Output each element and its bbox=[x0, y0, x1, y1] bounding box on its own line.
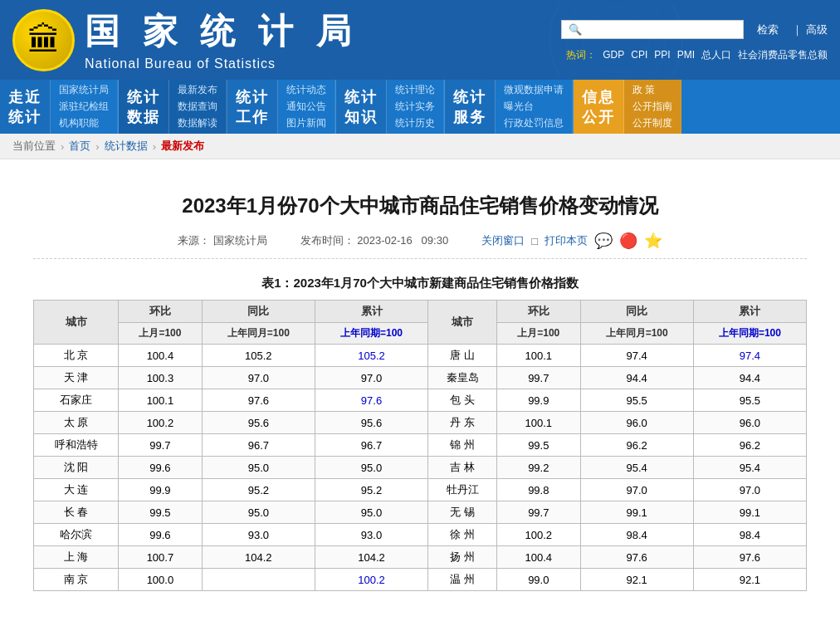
hot-word-cpi[interactable]: CPI bbox=[631, 49, 647, 61]
hot-word-gdp[interactable]: GDP bbox=[603, 49, 624, 61]
nav-link-latest[interactable]: 最新发布 bbox=[178, 83, 217, 97]
article-source: 来源： 国家统计局 bbox=[178, 233, 267, 248]
nav-block-knowledge[interactable]: 统计 知识 bbox=[336, 80, 387, 134]
hot-label: 热词： bbox=[566, 48, 596, 62]
nav-link-theory[interactable]: 统计理论 bbox=[395, 83, 435, 97]
breadcrumb-home[interactable]: 首页 bbox=[69, 139, 90, 154]
favorite-icon[interactable]: ⭐ bbox=[644, 232, 662, 250]
nav-link-expose[interactable]: 曝光台 bbox=[504, 100, 564, 114]
search-divider: ｜ bbox=[792, 22, 803, 37]
breadcrumb-sep2: › bbox=[95, 140, 99, 153]
th-hb-sub-right: 上月=100 bbox=[496, 323, 580, 345]
weibo-icon[interactable]: 🔴 bbox=[619, 232, 637, 250]
th-tb-sub-right: 上年同月=100 bbox=[580, 323, 693, 345]
nav-block-info[interactable]: 信息 公开 bbox=[574, 80, 624, 134]
th-hb-sub-left: 上月=100 bbox=[119, 323, 203, 345]
nav-block-work[interactable]: 统计 工作 bbox=[227, 80, 278, 134]
table-title: 表1：2023年1月70个大中城市新建商品住宅销售价格指数 bbox=[33, 276, 807, 291]
advanced-search-link[interactable]: 高级 bbox=[806, 22, 828, 37]
table-row: 沈 阳99.695.095.0吉 林99.295.495.4 bbox=[34, 457, 807, 479]
data-table: 城市 环比 同比 累计 城市 环比 同比 累计 上月=100 上年同月=100 … bbox=[33, 300, 807, 591]
logo-emblem: 🏛 bbox=[12, 9, 75, 71]
nav-link-jigou[interactable]: 机构职能 bbox=[59, 116, 109, 130]
site-title: 国 家 统 计 局 National Bureau of Statistics bbox=[85, 8, 358, 71]
nav-link-penalty[interactable]: 行政处罚信息 bbox=[504, 116, 564, 130]
nav-link-photo[interactable]: 图片新闻 bbox=[286, 116, 326, 130]
breadcrumb-sep3: › bbox=[153, 140, 156, 153]
th-hb-right: 环比 bbox=[496, 301, 580, 323]
th-tb-left: 同比 bbox=[202, 301, 315, 323]
logo-area: 🏛 国 家 统 计 局 National Bureau of Statistic… bbox=[12, 8, 358, 71]
nav-column-info-sub: 政 策 公开指南 公开制度 bbox=[624, 80, 681, 134]
header: 🏛 国 家 统 计 局 National Bureau of Statistic… bbox=[0, 0, 840, 80]
search-area: 🔍 检索 ｜ 高级 bbox=[561, 18, 828, 42]
header-right: 🔍 检索 ｜ 高级 热词： GDP CPI PPI PMI 总人口 社会消费品零… bbox=[561, 18, 828, 62]
search-button[interactable]: 检索 bbox=[747, 18, 789, 42]
article-title: 2023年1月份70个大中城市商品住宅销售价格变动情况 bbox=[33, 193, 807, 219]
nav-link-notice[interactable]: 通知公告 bbox=[286, 100, 326, 114]
th-tb-sub-left: 上年同月=100 bbox=[202, 323, 315, 345]
table-row: 太 原100.295.695.6丹 东100.196.096.0 bbox=[34, 412, 807, 434]
nav-column-work-sub: 统计动态 通知公告 图片新闻 bbox=[278, 80, 335, 134]
content: 2023年1月份70个大中城市商品住宅销售价格变动情况 来源： 国家统计局 发布… bbox=[0, 159, 840, 608]
nav-link-guide[interactable]: 公开指南 bbox=[632, 100, 672, 114]
table-row: 哈尔滨99.693.093.0徐 州100.298.498.4 bbox=[34, 524, 807, 546]
search-input-wrap[interactable]: 🔍 bbox=[561, 20, 744, 39]
th-lj-left: 累计 bbox=[315, 301, 427, 323]
table-section: 表1：2023年1月70个大中城市新建商品住宅销售价格指数 城市 环比 同比 累… bbox=[33, 276, 807, 591]
close-window-link[interactable]: 关闭窗口 bbox=[481, 233, 525, 248]
nav-block-zoujin[interactable]: 走近 统计 bbox=[0, 80, 51, 134]
action-separator: □ bbox=[531, 235, 538, 247]
nav-link-practice[interactable]: 统计实务 bbox=[395, 100, 435, 114]
table-row: 大 连99.995.295.2牡丹江99.897.097.0 bbox=[34, 479, 807, 501]
hot-word-retail[interactable]: 社会消费品零售总额 bbox=[738, 48, 828, 62]
nav-link-microdata[interactable]: 微观数据申请 bbox=[504, 83, 564, 97]
breadcrumb-section[interactable]: 统计数据 bbox=[105, 139, 148, 154]
wechat-icon[interactable]: 💬 bbox=[594, 232, 613, 250]
breadcrumb-current: 最新发布 bbox=[161, 139, 204, 154]
table-row: 呼和浩特99.796.796.7锦 州99.596.296.2 bbox=[34, 434, 807, 457]
table-row: 北 京100.4105.2105.2唐 山100.197.497.4 bbox=[34, 345, 807, 367]
th-lj-sub-left: 上年同期=100 bbox=[315, 323, 427, 345]
th-lj-right: 累计 bbox=[693, 301, 806, 323]
nav-bar: 走近 统计 国家统计局 派驻纪检组 机构职能 统计 数据 最新发布 数据查询 数… bbox=[0, 80, 840, 134]
th-city-left: 城市 bbox=[34, 301, 119, 345]
nav-block-service[interactable]: 统计 服务 bbox=[445, 80, 496, 134]
print-page-link[interactable]: 打印本页 bbox=[545, 233, 588, 248]
hot-word-ppi[interactable]: PPI bbox=[654, 49, 670, 61]
nav-block-data[interactable]: 统计 数据 bbox=[119, 80, 169, 134]
nav-link-interpret[interactable]: 数据解读 bbox=[178, 116, 217, 130]
hot-word-population[interactable]: 总人口 bbox=[701, 48, 731, 62]
article-time: 发布时间： 2023-02-16 09:30 bbox=[300, 233, 449, 248]
table-row: 天 津100.397.097.0秦皇岛99.794.494.4 bbox=[34, 367, 807, 389]
nav-link-nbs[interactable]: 国家统计局 bbox=[59, 83, 109, 97]
breadcrumb: 当前位置 › 首页 › 统计数据 › 最新发布 bbox=[0, 134, 840, 159]
nav-column-knowledge-sub: 统计理论 统计实务 统计历史 bbox=[387, 80, 444, 134]
table-row: 上 海100.7104.2104.2扬 州100.497.697.6 bbox=[34, 546, 807, 569]
meta-actions: 关闭窗口 □ 打印本页 💬 🔴 ⭐ bbox=[481, 232, 662, 250]
breadcrumb-label: 当前位置 bbox=[12, 139, 56, 154]
search-input[interactable] bbox=[585, 23, 736, 36]
article-meta: 来源： 国家统计局 发布时间： 2023-02-16 09:30 关闭窗口 □ … bbox=[33, 232, 807, 259]
table-row: 石家庄100.197.697.6包 头99.995.595.5 bbox=[34, 389, 807, 412]
nav-link-dynamic[interactable]: 统计动态 bbox=[286, 83, 326, 97]
table-row: 南 京100.0100.2温 州99.092.192.1 bbox=[34, 569, 807, 591]
table-row: 长 春99.595.095.0无 锡99.799.199.1 bbox=[34, 501, 807, 524]
th-lj-sub-right: 上年同期=100 bbox=[693, 323, 806, 345]
th-tb-right: 同比 bbox=[580, 301, 693, 323]
nav-link-history[interactable]: 统计历史 bbox=[395, 116, 435, 130]
nav-link-system[interactable]: 公开制度 bbox=[632, 116, 672, 130]
breadcrumb-sep1: › bbox=[61, 140, 64, 153]
th-city-right: 城市 bbox=[428, 301, 497, 345]
hot-word-pmi[interactable]: PMI bbox=[677, 49, 695, 61]
site-title-en: National Bureau of Statistics bbox=[85, 56, 358, 71]
nav-column-service-sub: 微观数据申请 曝光台 行政处罚信息 bbox=[496, 80, 573, 134]
site-title-zh: 国 家 统 计 局 bbox=[85, 8, 358, 55]
nav-link-query[interactable]: 数据查询 bbox=[178, 100, 217, 114]
nav-link-policy[interactable]: 政 策 bbox=[632, 83, 672, 97]
th-hb-left: 环比 bbox=[119, 301, 203, 323]
nav-link-jijian[interactable]: 派驻纪检组 bbox=[59, 100, 109, 114]
nav-column-zouijn-sub: 国家统计局 派驻纪检组 机构职能 bbox=[51, 80, 118, 134]
hot-words: 热词： GDP CPI PPI PMI 总人口 社会消费品零售总额 bbox=[566, 48, 828, 62]
nav-column-data-sub: 最新发布 数据查询 数据解读 bbox=[169, 80, 227, 134]
